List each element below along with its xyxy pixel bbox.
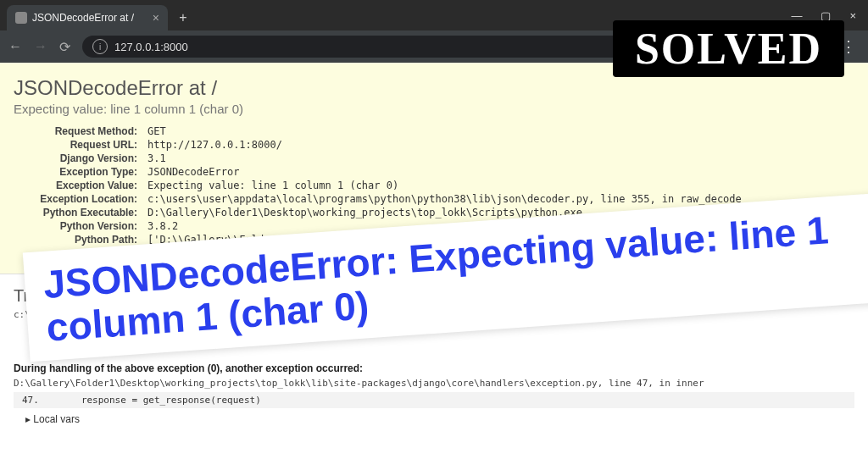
incognito-icon [762, 41, 774, 53]
svg-point-1 [769, 47, 773, 51]
meta-row-request-url: Request URL:http://127.0.0.1:8000/ [14, 138, 747, 152]
disclosure-triangle-icon: ▸ [25, 413, 31, 425]
window-controls: — ▢ × [791, 9, 868, 22]
code-line-number: 47. [22, 395, 39, 406]
error-subtitle: Expecting value: line 1 column 1 (char 0… [14, 102, 854, 116]
browser-toolbar: ← → ⟳ i 127.0.0.1:8000 Incognito ⋮ [0, 30, 868, 63]
meta-row-exception-location: Exception Location:c:\users\user\appdata… [14, 192, 747, 206]
error-meta-table: Request Method:GET Request URL:http://12… [14, 124, 747, 258]
tab-close-icon[interactable]: × [153, 11, 159, 25]
meta-row-python-version: Python Version:3.8.2 [14, 219, 747, 233]
code-line-text: response = get_response(request) [81, 395, 261, 406]
frame-code-line: 47. response = get_response(request) [14, 392, 854, 408]
address-bar[interactable]: i 127.0.0.1:8000 [82, 36, 628, 58]
nav-back-icon[interactable]: ← [8, 39, 22, 55]
address-text: 127.0.0.1:8000 [114, 41, 188, 53]
incognito-chip[interactable]: Incognito [754, 36, 829, 57]
browser-menu-icon[interactable]: ⋮ [837, 37, 860, 56]
site-info-icon[interactable]: i [92, 39, 108, 54]
frame-path: D:\Gallery\Folder1\Desktop\working_proje… [14, 378, 854, 389]
meta-row-exception-type: Exception Type:JSONDecodeError [14, 165, 747, 179]
django-error-summary: JSONDecodeError at / Expecting value: li… [0, 63, 868, 274]
traceback-env-line: c:\users\... [14, 309, 854, 320]
browser-tab[interactable]: JSONDecodeError at / × [7, 5, 168, 30]
svg-point-0 [764, 47, 768, 51]
meta-row-python-executable: Python Executable:D:\Gallery\Folder1\Des… [14, 206, 747, 219]
window-minimize-icon[interactable]: — [791, 9, 802, 22]
incognito-label: Incognito [779, 41, 821, 53]
meta-row-exception-value: Exception Value:Expecting value: line 1 … [14, 179, 747, 192]
during-exception-text: During handling of the above exception (… [14, 362, 854, 374]
meta-row-django-version: Django Version:3.1 [14, 152, 747, 165]
error-title: JSONDecodeError at / [14, 76, 854, 100]
traceback-section: Traceback c:\users\... During handling o… [0, 274, 868, 429]
meta-row-python-path: Python Path:['D:\\Gallery\\Folder1\\Desk… [14, 233, 747, 258]
page-viewport: JSONDecodeError at / Expecting value: li… [0, 63, 868, 470]
nav-forward-icon[interactable]: → [34, 39, 47, 55]
local-vars-toggle[interactable]: ▸ Local vars [14, 413, 854, 425]
traceback-heading: Traceback [14, 286, 854, 306]
window-close-icon[interactable]: × [849, 9, 856, 22]
new-tab-button[interactable]: + [175, 9, 192, 26]
tab-favicon-icon [15, 12, 27, 24]
nav-reload-icon[interactable]: ⟳ [59, 39, 70, 55]
meta-row-request-method: Request Method:GET [14, 124, 747, 138]
window-maximize-icon[interactable]: ▢ [821, 9, 831, 22]
local-vars-label: Local vars [33, 413, 80, 425]
tab-title: JSONDecodeError at / [32, 12, 134, 24]
window-title-bar: JSONDecodeError at / × + — ▢ × [0, 0, 868, 30]
